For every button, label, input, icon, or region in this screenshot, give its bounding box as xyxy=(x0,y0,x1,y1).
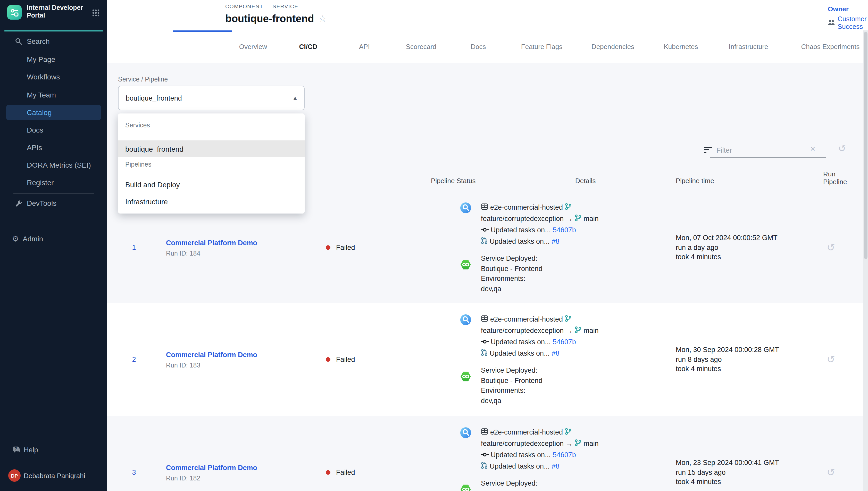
run-id: Run ID: 183 xyxy=(166,362,257,369)
reset-icon[interactable]: ↺ xyxy=(838,144,846,153)
sidebar-item-register[interactable]: Register xyxy=(0,175,107,190)
owner-label: Owner xyxy=(828,5,868,13)
rerun-pipeline-icon[interactable]: ↺ xyxy=(827,243,835,253)
cd-deploy-icon xyxy=(460,371,471,384)
apps-grid-icon[interactable] xyxy=(92,9,100,17)
sidebar-item-dora-metrics[interactable]: DORA Metrics (SEI) xyxy=(0,157,107,173)
user-menu[interactable]: Debabrata Panigrahi xyxy=(0,468,107,483)
failed-dot-icon xyxy=(326,245,331,250)
tab-infrastructure[interactable]: Infrastructure xyxy=(728,30,768,63)
pull-request-icon xyxy=(481,237,488,246)
sidebar-item-docs[interactable]: Docs xyxy=(0,122,107,138)
run-id: Run ID: 182 xyxy=(166,475,257,482)
favorite-star-icon[interactable]: ☆ xyxy=(318,15,327,23)
wrench-icon xyxy=(14,199,23,207)
row-number: 2 xyxy=(129,356,139,363)
ci-build-icon xyxy=(460,314,471,327)
git-commit-icon xyxy=(481,451,489,459)
git-branch-icon xyxy=(575,439,581,448)
ci-build-icon xyxy=(460,202,471,215)
dropdown-group-pipelines: Pipelines xyxy=(125,161,151,168)
repo-icon xyxy=(481,428,488,436)
entity-header: COMPONENT — SERVICE boutique-frontend ☆ … xyxy=(107,0,868,31)
gear-icon: ⚙ xyxy=(11,235,20,243)
repo-icon xyxy=(481,203,488,211)
tab-scorecard[interactable]: Scorecard xyxy=(406,30,437,63)
tab-overview[interactable]: Overview xyxy=(239,30,267,63)
table-row: 3 Commercial Platform Demo Run ID: 182 F… xyxy=(107,416,863,491)
pr-link[interactable]: #8 xyxy=(552,349,559,357)
tab-kubernetes[interactable]: Kubernetes xyxy=(664,30,698,63)
cd-deploy-icon xyxy=(460,259,471,272)
pr-link[interactable]: #8 xyxy=(552,237,559,245)
filter-icon xyxy=(704,146,712,155)
sidebar-item-help[interactable]: Help xyxy=(0,442,107,458)
tab-feature-flags[interactable]: Feature Flags xyxy=(521,30,562,63)
internal-developer-portal-app: Internal Developer Portal Search My Page… xyxy=(0,0,868,491)
tab-cicd[interactable]: CI/CD xyxy=(299,30,317,63)
column-header-status: Pipeline Status xyxy=(431,170,475,191)
cd-deploy-icon xyxy=(460,484,471,491)
tab-api[interactable]: API xyxy=(359,30,370,63)
dropdown-option-build-and-deploy[interactable]: Build and Deploy xyxy=(118,176,305,192)
failed-dot-icon xyxy=(326,470,331,475)
entity-tabs: Overview CI/CD API Scorecard Docs Featur… xyxy=(107,30,863,63)
tab-docs[interactable]: Docs xyxy=(471,30,486,63)
sidebar-item-workflows[interactable]: Workflows xyxy=(0,69,107,85)
app-title: Internal Developer Portal xyxy=(27,4,87,20)
owner-block: Owner Customer Success xyxy=(828,5,868,30)
commit-link[interactable]: 54607b xyxy=(553,451,576,459)
pipeline-name-link[interactable]: Commercial Platform Demo xyxy=(166,464,257,472)
commit-link[interactable]: 54607b xyxy=(553,338,576,346)
dropdown-option-infrastructure[interactable]: Infrastructure xyxy=(118,194,305,209)
sidebar-item-my-page[interactable]: My Page xyxy=(0,52,107,67)
git-branch-icon xyxy=(565,203,571,211)
scrollbar-thumb[interactable] xyxy=(864,32,867,259)
row-number: 3 xyxy=(129,468,139,476)
pipeline-name-link[interactable]: Commercial Platform Demo xyxy=(166,239,257,247)
status-badge: Failed xyxy=(326,244,355,252)
column-header-details: Details xyxy=(575,170,596,191)
sidebar-item-admin[interactable]: ⚙ Admin xyxy=(0,231,107,247)
row-number: 1 xyxy=(129,244,139,252)
sidebar-item-apis[interactable]: APIs xyxy=(0,140,107,155)
app-logo-icon[interactable] xyxy=(7,5,22,20)
active-tab-indicator xyxy=(173,30,232,32)
sidebar-item-devtools[interactable]: DevTools xyxy=(0,196,107,211)
tab-dependencies[interactable]: Dependencies xyxy=(591,30,634,63)
status-badge: Failed xyxy=(326,356,355,363)
git-branch-icon xyxy=(565,428,571,436)
rerun-pipeline-icon[interactable]: ↺ xyxy=(827,467,835,477)
pipeline-time-cell: Mon, 30 Sep 2024 00:00:28 GMT run 8 days… xyxy=(676,345,779,374)
tab-chaos-experiments[interactable]: Chaos Experiments xyxy=(801,30,860,63)
pipeline-time-cell: Mon, 07 Oct 2024 00:00:52 GMT run a day … xyxy=(676,233,778,262)
run-id: Run ID: 184 xyxy=(166,250,257,257)
dropdown-option-boutique-frontend[interactable]: boutique_frontend xyxy=(118,141,305,157)
owner-link[interactable]: Customer Success xyxy=(828,15,868,30)
pipeline-select[interactable]: boutique_frontend ▲ xyxy=(118,86,305,110)
details-cell: e2e-commercial-hosted feature/corruptede… xyxy=(460,201,630,294)
git-commit-icon xyxy=(481,338,489,346)
sidebar-item-search[interactable]: Search xyxy=(0,33,107,49)
pr-link[interactable]: #8 xyxy=(552,462,559,470)
rerun-pipeline-icon[interactable]: ↺ xyxy=(827,354,835,365)
search-icon xyxy=(14,37,23,46)
status-badge: Failed xyxy=(326,468,355,476)
commit-link[interactable]: 54607b xyxy=(553,226,576,234)
page-title: boutique-frontend xyxy=(225,13,314,25)
sidebar-divider xyxy=(13,194,94,194)
filter-input[interactable] xyxy=(715,143,805,157)
sidebar-item-catalog[interactable]: Catalog xyxy=(6,105,101,120)
pull-request-icon xyxy=(481,349,488,357)
arrow-right-icon: → xyxy=(566,326,572,334)
sidebar-accent-divider xyxy=(4,30,103,31)
pipeline-name-link[interactable]: Commercial Platform Demo xyxy=(166,351,257,359)
details-cell: e2e-commercial-hosted feature/corruptede… xyxy=(460,426,630,491)
arrow-right-icon: → xyxy=(566,214,572,222)
chevron-up-icon: ▲ xyxy=(293,86,297,110)
table-row: 2 Commercial Platform Demo Run ID: 183 F… xyxy=(107,303,863,416)
clear-filter-icon[interactable]: × xyxy=(810,144,815,153)
sidebar-item-my-team[interactable]: My Team xyxy=(0,87,107,103)
column-header-run-pipeline: Run Pipeline xyxy=(823,170,850,191)
repo-icon xyxy=(481,315,488,323)
